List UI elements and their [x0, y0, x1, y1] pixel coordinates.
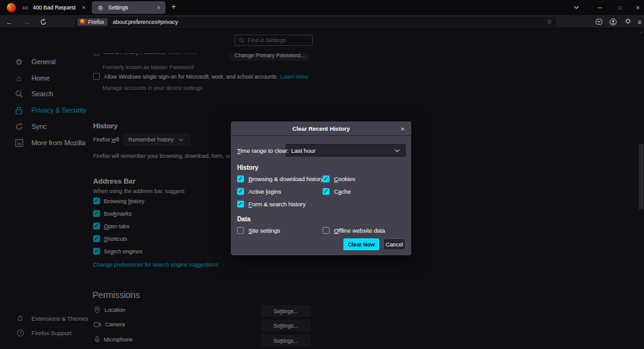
dialog-title: Clear Recent History [292, 125, 350, 132]
settings-page: ⚙ General ⌂ Home Search Privacy & Securi… [0, 28, 644, 349]
dialog-option-form-search-history[interactable]: ✓ Form & search history [237, 201, 306, 208]
window-minimize-button[interactable]: ─ [591, 0, 609, 15]
forward-button[interactable]: → [21, 16, 33, 27]
gear-icon: ⚙ [97, 4, 104, 11]
dialog-option-active-logins[interactable]: ✓ Active logins [237, 188, 281, 195]
dialog-option-cookies[interactable]: ✓ Cookies [323, 175, 355, 182]
menu-hamburger-icon[interactable]: ≡ [634, 16, 644, 27]
clear-now-button[interactable]: Clear Now [343, 238, 379, 250]
checkbox-checked[interactable]: ✓ [237, 201, 244, 208]
dialog-history-heading: History [237, 164, 258, 171]
checkbox-unchecked[interactable] [323, 227, 330, 234]
extensions-icon[interactable] [622, 16, 633, 27]
checkbox-checked[interactable]: ✓ [237, 188, 244, 195]
bookmark-star-icon[interactable]: ☆ [547, 18, 552, 25]
back-button[interactable]: ← [4, 16, 15, 27]
time-range-dropdown[interactable]: Last hour [286, 144, 406, 157]
pocket-icon[interactable] [593, 16, 604, 27]
page-favicon: AS [21, 4, 29, 11]
url-bar[interactable]: Firefox about:preferences#privacy ☆ [75, 17, 556, 27]
tab-settings[interactable]: ⚙ Settings × [92, 1, 165, 14]
clear-recent-history-dialog: Clear Recent History × Time range to cle… [231, 121, 411, 255]
tab-title: 400 Bad Request [33, 4, 79, 11]
cancel-button[interactable]: Cancel [383, 238, 406, 250]
navigation-toolbar: ← → Firefox about:preferences#privacy ☆ … [0, 15, 644, 28]
dialog-option-offline-website-data[interactable]: Offline website data [323, 227, 385, 234]
window-close-button[interactable]: × [629, 0, 644, 15]
tab-close-icon[interactable]: × [79, 3, 88, 12]
dialog-option-cache[interactable]: ✓ Cache [323, 188, 351, 195]
tab-title: Settings [108, 4, 154, 11]
browser-window: AS 400 Bad Request × ⚙ Settings × + ─ □ … [0, 0, 644, 349]
dialog-data-heading: Data [237, 216, 250, 223]
checkbox-checked[interactable]: ✓ [323, 188, 330, 195]
dialog-close-icon[interactable]: × [398, 125, 407, 133]
tab-400-bad-request[interactable]: AS 400 Bad Request × [16, 0, 91, 15]
url-text: about:preferences#privacy [113, 19, 178, 25]
dialog-option-site-settings[interactable]: Site settings [237, 227, 280, 234]
time-range-label: Time range to clear: [237, 147, 289, 154]
dialog-option-browsing-download-history[interactable]: ✓ Browsing & download history [237, 175, 323, 182]
window-maximize-button[interactable]: □ [611, 0, 629, 15]
chevron-down-icon [394, 149, 400, 152]
checkbox-checked[interactable]: ✓ [237, 175, 244, 182]
new-tab-button[interactable]: + [169, 3, 179, 13]
checkbox-unchecked[interactable] [237, 227, 244, 234]
firefox-logo-icon [6, 3, 16, 13]
list-all-tabs-chevron-icon[interactable] [569, 3, 583, 12]
tab-close-icon[interactable]: × [154, 3, 163, 12]
site-identity-chip[interactable]: Firefox [77, 18, 108, 26]
tab-bar: AS 400 Bad Request × ⚙ Settings × + ─ □ … [0, 0, 644, 15]
reload-button[interactable] [38, 16, 49, 27]
account-icon[interactable] [608, 16, 619, 27]
dialog-titlebar: Clear Recent History × [231, 121, 411, 136]
checkbox-checked[interactable]: ✓ [323, 175, 330, 182]
firefox-chip-icon [80, 19, 86, 25]
